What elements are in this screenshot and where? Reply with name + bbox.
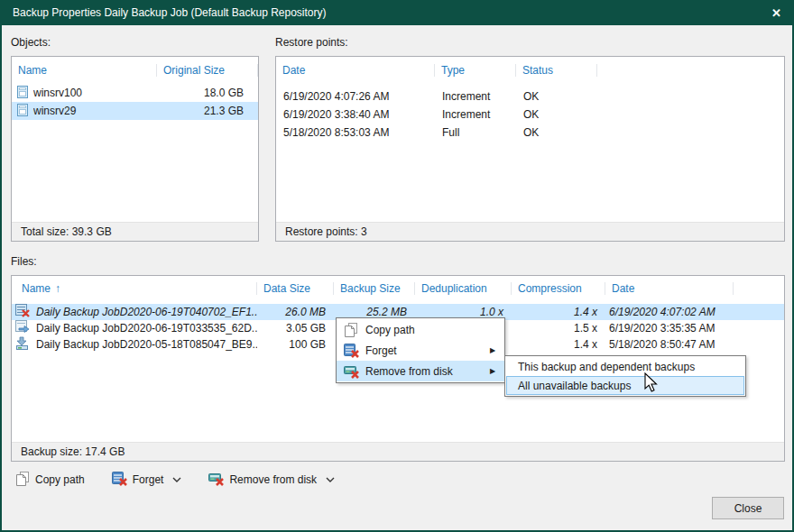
objects-column-size[interactable]: Original Size (157, 64, 258, 77)
files-table-header[interactable]: Name ↑ Data Size Backup Size Deduplicati… (12, 276, 784, 300)
submenu-arrow-icon: ▶ (490, 346, 504, 354)
close-button[interactable]: Close (712, 497, 784, 519)
forget-button[interactable]: Forget (108, 470, 186, 491)
file-data-size: 3.05 GB (257, 322, 334, 335)
restore-type: Increment (435, 90, 516, 103)
objects-footer-total-size: Total size: 39.3 GB (12, 222, 258, 241)
copy-path-icon (337, 323, 365, 337)
titlebar: Backup Properties Daily Backup Job (Defa… (0, 0, 794, 25)
files-label: Files: (11, 255, 37, 268)
file-name: Daily Backup JobD2020-06-19T033535_62D..… (36, 322, 257, 335)
restore-row[interactable]: 6/19/2020 4:07:26 AM Increment OK (276, 87, 784, 105)
restore-status: OK (516, 108, 597, 121)
file-name: Daily Backup JobD2020-06-19T040702_EF1..… (36, 306, 257, 318)
unavailable-backup-icon (15, 304, 30, 320)
file-date: 5/18/2020 8:50:47 AM (605, 338, 734, 351)
menu-item-remove-from-disk[interactable]: Remove from disk ▶ (337, 361, 504, 381)
file-compression: 1.4 x (512, 306, 605, 318)
chevron-down-icon (172, 477, 181, 482)
files-column-backup-size[interactable]: Backup Size (334, 282, 415, 295)
restore-row[interactable]: 6/19/2020 3:38:40 AM Increment OK (276, 105, 784, 124)
restore-points-panel: Date Type Status 6/19/2020 4:07:26 AM In… (275, 56, 785, 242)
files-column-name[interactable]: Name ↑ (12, 282, 257, 295)
backup-properties-dialog: Backup Properties Daily Backup Job (Defa… (0, 0, 794, 532)
remove-from-disk-icon (208, 472, 224, 489)
restore-date: 6/19/2020 3:38:40 AM (276, 108, 435, 121)
remove-from-disk-icon (337, 364, 365, 379)
files-column-date[interactable]: Date (605, 282, 734, 295)
forget-icon (337, 344, 365, 358)
copy-path-button-label: Copy path (35, 473, 85, 486)
files-footer-backup-size: Backup size: 17.4 GB (12, 442, 784, 461)
file-name: Daily Backup JobD2020-05-18T085047_BE9..… (36, 338, 257, 351)
objects-table-header[interactable]: Name Original Size (12, 57, 258, 84)
restore-table-header[interactable]: Date Type Status (276, 57, 784, 84)
file-date: 6/19/2020 4:07:02 AM (605, 306, 734, 318)
file-data-size: 26.0 MB (257, 306, 334, 318)
menu-item-copy-path[interactable]: Copy path (337, 319, 504, 340)
forget-icon (112, 472, 127, 489)
remove-from-disk-button-label: Remove from disk (229, 473, 317, 486)
chevron-down-icon (326, 477, 335, 482)
object-size: 18.0 GB (157, 87, 258, 99)
restore-column-date[interactable]: Date (276, 64, 435, 77)
object-size: 21.3 GB (157, 105, 258, 117)
vm-icon (17, 104, 28, 119)
file-dedup: 1.0 x (415, 306, 512, 318)
file-date: 6/19/2020 3:35:35 AM (605, 322, 734, 335)
restore-column-status[interactable]: Status (516, 64, 597, 77)
restore-status: OK (516, 126, 597, 139)
object-name: winsrv100 (33, 87, 157, 99)
submenu-arrow-icon: ▶ (490, 367, 504, 375)
files-column-compression[interactable]: Compression (512, 282, 605, 295)
increment-backup-icon (15, 320, 30, 336)
remove-from-disk-submenu: This backup and dependent backups All un… (504, 355, 746, 397)
submenu-item-all-unavailable[interactable]: All unavailable backups (506, 376, 744, 395)
restore-points-label: Restore points: (275, 36, 348, 49)
restore-column-type[interactable]: Type (435, 64, 516, 77)
objects-label: Objects: (11, 36, 51, 49)
objects-row-winsrv100[interactable]: winsrv100 18.0 GB (12, 84, 258, 102)
objects-panel: Name Original Size winsrv100 18.0 GB win… (11, 56, 259, 242)
object-name: winsrv29 (33, 105, 157, 117)
menu-item-label: Forget (365, 344, 490, 357)
restore-type: Increment (435, 108, 516, 121)
file-compression: 1.5 x (512, 322, 605, 335)
objects-column-name[interactable]: Name (12, 64, 157, 77)
file-data-size: 100 GB (257, 338, 334, 351)
window-title: Backup Properties Daily Backup Job (Defa… (13, 6, 327, 19)
mouse-cursor-icon (644, 372, 660, 397)
restore-row[interactable]: 5/18/2020 8:53:03 AM Full OK (276, 124, 784, 142)
restore-date: 5/18/2020 8:53:03 AM (276, 126, 435, 139)
files-column-deduplication[interactable]: Deduplication (415, 282, 512, 295)
menu-item-label: Copy path (365, 324, 490, 336)
restore-type: Full (435, 126, 516, 139)
files-column-data-size[interactable]: Data Size (257, 282, 334, 295)
file-backup-size: 25.2 MB (334, 306, 415, 318)
remove-from-disk-button[interactable]: Remove from disk (205, 470, 338, 491)
close-icon[interactable]: ✕ (771, 6, 781, 20)
context-menu: Copy path Forget ▶ Remove from disk ▶ (336, 317, 505, 383)
restore-date: 6/19/2020 4:07:26 AM (276, 90, 435, 103)
restore-status: OK (516, 90, 597, 103)
copy-path-button[interactable]: Copy path (13, 470, 88, 491)
menu-item-label: Remove from disk (365, 365, 490, 378)
sort-ascending-icon: ↑ (55, 282, 60, 295)
menu-item-forget[interactable]: Forget ▶ (337, 340, 504, 361)
bottom-toolbar: Copy path Forget Remove from disk (13, 467, 338, 492)
copy-path-icon (16, 472, 30, 489)
objects-row-winsrv29[interactable]: winsrv29 21.3 GB (12, 102, 258, 120)
forget-button-label: Forget (133, 473, 164, 486)
vm-icon (17, 86, 28, 101)
restore-footer-count: Restore points: 3 (276, 222, 784, 241)
file-compression: 1.4 x (512, 338, 605, 351)
full-backup-icon (15, 336, 30, 353)
submenu-item-this-backup[interactable]: This backup and dependent backups (506, 357, 744, 376)
